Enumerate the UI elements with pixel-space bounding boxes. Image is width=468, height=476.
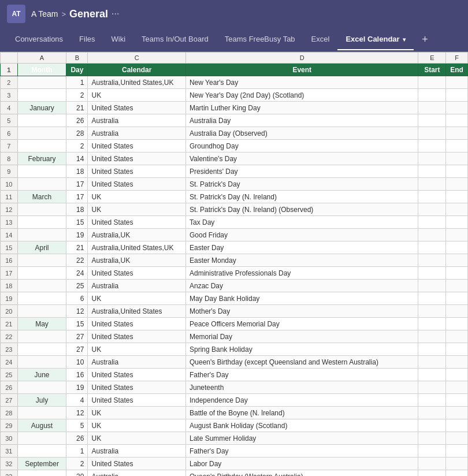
start-cell[interactable] [418,381,446,394]
start-cell[interactable] [418,203,446,216]
col-header-a[interactable]: A [17,53,66,64]
end-cell[interactable] [446,280,468,292]
calendar-cell[interactable]: Australia,United States,UK [88,76,185,89]
start-cell[interactable] [418,330,446,343]
month-cell[interactable]: July [17,394,66,407]
calendar-cell[interactable]: Australia,United States [88,305,185,318]
day-cell[interactable]: 25 [66,280,88,292]
calendar-cell[interactable]: Australia [88,280,185,292]
event-cell[interactable]: St. Patrick's Day (N. Ireland) [185,191,418,203]
event-cell[interactable]: Easter Monday [185,254,418,267]
month-cell[interactable] [17,127,66,140]
end-cell[interactable] [446,102,468,114]
col-header-c[interactable]: C [88,53,185,64]
event-cell[interactable]: Labor Day [185,458,418,470]
start-cell[interactable] [418,127,446,140]
month-cell[interactable] [17,381,66,394]
event-cell[interactable]: Father's Day [185,445,418,458]
col-header-d[interactable]: D [185,53,418,64]
month-cell[interactable] [17,229,66,241]
tab-wiki[interactable]: Wiki [103,29,134,50]
day-cell[interactable]: 26 [66,114,88,127]
month-cell[interactable] [17,330,66,343]
end-cell[interactable] [446,153,468,165]
start-cell[interactable] [418,432,446,445]
calendar-cell[interactable]: UK [88,432,185,445]
calendar-cell[interactable]: UK [88,292,185,305]
month-cell[interactable] [17,407,66,419]
start-cell[interactable] [418,419,446,432]
event-cell[interactable]: Australia Day [185,114,418,127]
month-cell[interactable] [17,216,66,229]
end-cell[interactable] [446,394,468,407]
month-cell[interactable] [17,89,66,102]
event-cell[interactable]: Good Friday [185,229,418,241]
month-cell[interactable]: May [17,318,66,330]
month-cell[interactable]: September [17,458,66,470]
day-cell[interactable]: 18 [66,203,88,216]
day-cell[interactable]: 27 [66,343,88,356]
month-cell[interactable]: February [17,153,66,165]
end-cell[interactable] [446,407,468,419]
day-cell[interactable]: 2 [66,89,88,102]
event-cell[interactable]: Administrative Professionals Day [185,267,418,280]
end-cell[interactable] [446,89,468,102]
month-cell[interactable] [17,140,66,153]
event-cell[interactable]: New Year's Day (2nd Day) (Scotland) [185,89,418,102]
end-cell[interactable] [446,267,468,280]
calendar-cell[interactable]: United States [88,153,185,165]
day-cell[interactable]: 12 [66,407,88,419]
calendar-cell[interactable]: Australia [88,470,185,477]
day-cell[interactable]: 17 [66,178,88,191]
calendar-cell[interactable]: United States [88,330,185,343]
end-cell[interactable] [446,229,468,241]
month-cell[interactable] [17,445,66,458]
event-cell[interactable]: August Bank Holiday (Scotland) [185,419,418,432]
month-cell[interactable]: June [17,369,66,381]
day-cell[interactable]: 24 [66,267,88,280]
month-cell[interactable] [17,470,66,477]
day-cell[interactable]: 19 [66,381,88,394]
start-cell[interactable] [418,254,446,267]
day-cell[interactable]: 2 [66,458,88,470]
calendar-cell[interactable]: Australia [88,127,185,140]
calendar-cell[interactable]: United States [88,369,185,381]
day-cell[interactable]: 21 [66,241,88,254]
day-cell[interactable]: 28 [66,127,88,140]
event-cell[interactable]: Easter Day [185,241,418,254]
end-cell[interactable] [446,470,468,477]
start-cell[interactable] [418,369,446,381]
event-cell[interactable]: Queen's Birthday (Western Australia) [185,470,418,477]
event-cell[interactable]: Tax Day [185,216,418,229]
event-cell[interactable]: Presidents' Day [185,165,418,178]
start-cell[interactable] [418,394,446,407]
end-cell[interactable] [446,127,468,140]
start-cell[interactable] [418,76,446,89]
event-cell[interactable]: Father's Day [185,369,418,381]
col-header-f[interactable]: F [446,53,468,64]
start-cell[interactable] [418,280,446,292]
channel-options[interactable]: ··· [112,9,119,19]
add-tab-button[interactable]: + [414,28,436,51]
day-cell[interactable]: 17 [66,191,88,203]
calendar-cell[interactable]: United States [88,381,185,394]
tab-excel-calendar[interactable]: Excel Calendar ▾ [337,29,414,50]
start-cell[interactable] [418,470,446,477]
calendar-cell[interactable]: Australia,UK [88,254,185,267]
calendar-cell[interactable]: UK [88,203,185,216]
end-cell[interactable] [446,76,468,89]
event-cell[interactable]: Spring Bank Holiday [185,343,418,356]
calendar-cell[interactable]: Australia [88,356,185,369]
end-cell[interactable] [446,191,468,203]
event-cell[interactable]: Australia Day (Observed) [185,127,418,140]
event-cell[interactable]: St. Patrick's Day [185,178,418,191]
day-cell[interactable]: 15 [66,216,88,229]
day-cell[interactable]: 6 [66,292,88,305]
start-cell[interactable] [418,407,446,419]
calendar-cell[interactable]: United States [88,216,185,229]
tab-teams-inout[interactable]: Teams In/Out Board [133,29,217,50]
start-cell[interactable] [418,191,446,203]
day-cell[interactable]: 22 [66,254,88,267]
event-cell[interactable]: Late Summer Holiday [185,432,418,445]
day-cell[interactable]: 26 [66,432,88,445]
